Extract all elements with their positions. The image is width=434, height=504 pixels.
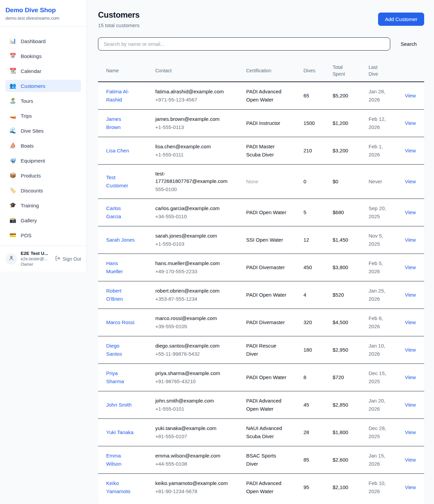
customer-name-link[interactable]: James Brown — [106, 116, 121, 130]
customer-name-link[interactable]: Emma Wilson — [106, 453, 121, 467]
customer-phone: +49-170-555-2233 — [155, 268, 228, 275]
customer-certification: PADI Open Water — [238, 199, 295, 226]
customer-dives: 8 — [295, 364, 324, 391]
customer-phone: +91-98765-43210 — [155, 378, 228, 385]
customer-email: keiko.yamamoto@example.com — [155, 480, 228, 487]
sidebar-item-label: POS — [21, 232, 32, 238]
sidebar-item-dive-sites[interactable]: 🌊 Dive Sites — [5, 125, 81, 137]
sidebar-item-label: Customers — [21, 83, 45, 89]
column-header-spent: Total Spent — [324, 60, 360, 82]
sidebar-item-label: Tours — [21, 98, 33, 104]
customer-last-dive: Feb 12, 2026 — [360, 110, 397, 137]
view-link[interactable]: View — [405, 319, 416, 325]
sidebar-item-label: Dashboard — [21, 38, 45, 44]
table-row: James Brown james.brown@example.com +1-5… — [98, 110, 424, 137]
customer-name-link[interactable]: John Smith — [106, 402, 132, 408]
add-customer-button[interactable]: Add Customer — [378, 13, 424, 26]
sign-out-icon — [55, 256, 60, 262]
view-link[interactable]: View — [405, 120, 416, 126]
view-link[interactable]: View — [405, 374, 416, 380]
customer-dives: 180 — [295, 336, 324, 364]
sidebar-nav: 📊 Dashboard 📅 Bookings 📆 Calendar 👥 Cust… — [0, 27, 86, 244]
table-row: Keiko Yamamoto keiko.yamamoto@example.co… — [98, 474, 424, 501]
view-link[interactable]: View — [405, 429, 416, 435]
customer-count: 15 total customers — [98, 22, 140, 28]
customer-dives: 12 — [295, 226, 324, 254]
customer-name-link[interactable]: Robert O'Brien — [106, 288, 123, 302]
sidebar-item-boats[interactable]: ⛵ Boats — [5, 139, 81, 152]
view-link[interactable]: View — [405, 402, 416, 408]
customer-name-link[interactable]: Test Customer — [106, 174, 128, 188]
customer-email: fatima.alrashid@example.com — [155, 88, 228, 95]
sidebar-item-gallery[interactable]: 📸 Gallery — [5, 214, 81, 226]
sidebar-item-equipment[interactable]: 🤿 Equipment — [5, 154, 81, 167]
search-bar: Search — [98, 37, 424, 51]
customer-name-link[interactable]: Sarah Jones — [106, 237, 135, 243]
customer-total-spent: $720 — [324, 364, 360, 391]
sidebar-item-trips[interactable]: 🚤 Trips — [5, 110, 81, 122]
customer-last-dive: Dec 15, 2025 — [360, 364, 397, 391]
boats-icon: ⛵ — [9, 143, 16, 148]
sidebar-item-calendar[interactable]: 📆 Calendar — [5, 65, 81, 77]
sidebar-item-bookings[interactable]: 📅 Bookings — [5, 50, 81, 62]
customer-phone: +353-87-555-1234 — [155, 295, 228, 303]
avatar — [5, 253, 17, 265]
customer-name-link[interactable]: Keiko Yamamoto — [106, 480, 130, 494]
customer-phone: +1-555-0103 — [155, 240, 228, 248]
customer-name-link[interactable]: Carlos Garcia — [106, 205, 121, 219]
customer-certification: PADI Advanced Open Water — [238, 474, 295, 501]
table-row: Hans Mueller hans.mueller@example.com +4… — [98, 254, 424, 281]
customer-total-spent: $4,500 — [324, 309, 360, 336]
table-row: Robert O'Brien robert.obrien@example.com… — [98, 281, 424, 309]
page-title: Customers — [98, 10, 140, 20]
sidebar-item-customers[interactable]: 👥 Customers — [5, 80, 81, 92]
customer-name-link[interactable]: Marco Rossi — [106, 319, 134, 325]
view-link[interactable]: View — [405, 237, 416, 243]
sidebar-item-dashboard[interactable]: 📊 Dashboard — [5, 35, 81, 47]
customer-name-link[interactable]: Priya Sharma — [106, 370, 124, 384]
customer-phone: +1-555-0111 — [155, 151, 228, 158]
customer-total-spent: $3,200 — [324, 137, 360, 165]
customer-name-link[interactable]: Fatima Al-Rashid — [106, 89, 129, 102]
search-button[interactable]: Search — [393, 38, 424, 50]
customer-phone: +81-90-1234-5678 — [155, 488, 228, 495]
view-link[interactable]: View — [405, 179, 416, 184]
customer-phone: 555-0100 — [155, 186, 228, 193]
sidebar-item-pos[interactable]: 💳 POS — [5, 229, 81, 241]
sign-out-button[interactable]: Sign Out — [55, 256, 81, 262]
table-row: Diego Santos diego.santos@example.com +5… — [98, 336, 424, 364]
customer-last-dive: Feb 8, 2026 — [360, 309, 397, 336]
page-header: Customers 15 total customers Add Custome… — [98, 10, 424, 28]
customer-name-link[interactable]: Hans Mueller — [106, 260, 123, 274]
customer-total-spent: $2,850 — [324, 391, 360, 419]
sidebar-item-training[interactable]: 🎓 Training — [5, 199, 81, 211]
customer-phone: +81-555-0107 — [155, 433, 228, 440]
view-link[interactable]: View — [405, 264, 416, 270]
tours-icon: 🏝️ — [9, 98, 16, 104]
customer-name-link[interactable]: Yuki Tanaka — [106, 429, 134, 435]
customer-last-dive: Jan 20, 2026 — [360, 391, 397, 419]
sidebar-item-label: Training — [21, 203, 39, 208]
view-link[interactable]: View — [405, 148, 416, 153]
view-link[interactable]: View — [405, 209, 416, 215]
customer-name-link[interactable]: Diego Santos — [106, 343, 122, 357]
customer-certification: PADI Divemaster — [238, 254, 295, 281]
customer-dives: 45 — [295, 391, 324, 419]
trips-icon: 🚤 — [9, 113, 16, 118]
view-link[interactable]: View — [405, 484, 416, 490]
customer-dives: 320 — [295, 309, 324, 336]
customer-name-link[interactable]: Lisa Chen — [106, 148, 129, 153]
customer-last-dive: Feb 1, 2026 — [360, 137, 397, 165]
sidebar-item-products[interactable]: 📦 Products — [5, 169, 81, 182]
customer-last-dive: Jan 28, 2026 — [360, 82, 397, 110]
column-header-contact: Contact — [147, 60, 238, 82]
column-header-last: Last Dive — [360, 60, 397, 82]
training-icon: 🎓 — [9, 203, 16, 208]
sidebar-item-tours[interactable]: 🏝️ Tours — [5, 95, 81, 107]
search-input[interactable] — [98, 37, 390, 51]
view-link[interactable]: View — [405, 347, 416, 353]
view-link[interactable]: View — [405, 292, 416, 298]
view-link[interactable]: View — [405, 457, 416, 463]
view-link[interactable]: View — [405, 93, 416, 98]
sidebar-item-discounts[interactable]: 🏷️ Discounts — [5, 184, 81, 197]
